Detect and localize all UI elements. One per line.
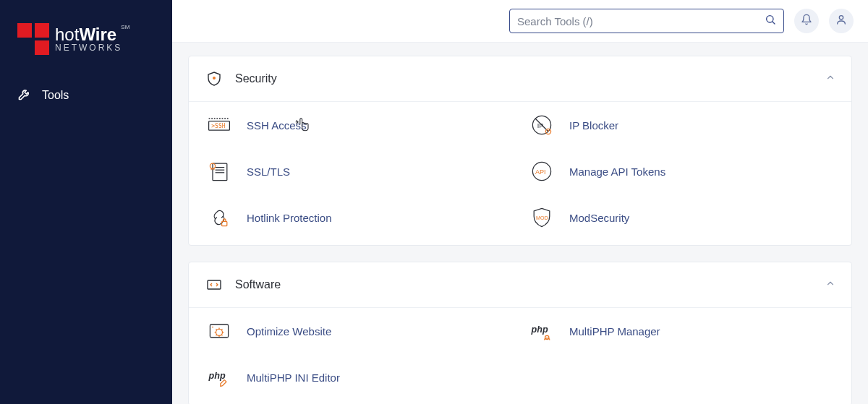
panel-header-security[interactable]: Security [189, 56, 851, 102]
brand-sm: SM [121, 25, 129, 30]
ip-blocker-icon: IP [527, 111, 556, 139]
svg-text:IP: IP [537, 122, 544, 129]
svg-line-1 [773, 22, 775, 24]
account-button[interactable] [829, 9, 854, 33]
notifications-button[interactable] [794, 9, 819, 33]
php-ini-editor-icon: php [205, 363, 234, 392]
tool-label: ModSecurity [569, 212, 629, 224]
php-manager-icon: php [527, 317, 556, 345]
ssl-certificate-icon [205, 157, 234, 186]
panel-body-software: Optimize Website php MultiPHP Manager ph… [189, 308, 851, 404]
bell-icon [801, 14, 812, 28]
tool-label: MultiPHP Manager [569, 325, 660, 338]
tool-optimize-website[interactable]: Optimize Website [205, 317, 513, 345]
svg-rect-21 [208, 280, 221, 289]
tool-multiphp-ini-editor[interactable]: php MultiPHP INI Editor [205, 363, 513, 392]
tool-modsecurity[interactable]: MOD ModSecurity [527, 203, 835, 232]
nav-item-tools[interactable]: Tools [0, 77, 172, 114]
panel-title: Software [235, 278, 281, 291]
brand-subtitle: NETWORKS [55, 43, 122, 52]
modsecurity-shield-icon: MOD [527, 203, 556, 232]
panel-header-software[interactable]: Software [189, 262, 851, 308]
svg-point-2 [839, 16, 843, 20]
optimize-gear-icon [205, 317, 234, 345]
svg-point-26 [545, 335, 549, 339]
brand-logo: hotWire SM NETWORKS [0, 14, 172, 77]
tool-label: Optimize Website [247, 325, 331, 338]
api-circle-icon: API [527, 157, 556, 186]
ssh-terminal-icon: >SSH [205, 111, 234, 139]
search-box[interactable] [509, 9, 784, 33]
svg-point-3 [213, 77, 216, 79]
tool-manage-api-tokens[interactable]: API Manage API Tokens [527, 157, 835, 186]
svg-text:MOD: MOD [536, 215, 548, 221]
sidebar: hotWire SM NETWORKS Tools [0, 0, 172, 404]
software-code-icon [205, 275, 224, 294]
tool-label: MultiPHP INI Editor [247, 371, 340, 384]
tool-hotlink-protection[interactable]: Hotlink Protection [205, 203, 513, 232]
logo-mark [17, 23, 49, 55]
chevron-up-icon[interactable] [825, 72, 835, 85]
user-icon [835, 14, 847, 28]
tool-multiphp-manager[interactable]: php MultiPHP Manager [527, 317, 835, 345]
tool-ip-blocker[interactable]: IP IP Blocker [527, 111, 835, 139]
svg-point-11 [548, 130, 549, 132]
tool-label: Hotlink Protection [247, 212, 332, 224]
brand-name-second: Wire [79, 25, 116, 44]
svg-text:php: php [208, 371, 226, 381]
tools-icon [17, 87, 32, 104]
chevron-up-icon[interactable] [825, 278, 835, 291]
search-input[interactable] [517, 15, 759, 27]
svg-text:php: php [531, 325, 548, 335]
tool-label: SSH Access [247, 119, 307, 132]
panel-security: Security >SSH SSH Access I [188, 56, 852, 246]
security-shield-icon [205, 69, 224, 88]
content-area: Security >SSH SSH Access I [172, 43, 868, 404]
panel-body-security: >SSH SSH Access IP IP Blocker [189, 102, 851, 245]
svg-point-23 [212, 327, 213, 328]
panel-title: Security [235, 72, 277, 85]
nav-label: Tools [42, 89, 69, 102]
svg-text:API: API [535, 168, 546, 176]
brand-name-first: hot [55, 25, 79, 44]
search-icon[interactable] [765, 14, 776, 28]
tool-label: Manage API Tokens [569, 166, 665, 178]
panel-software: Software Optimize Website php MultiPHP [188, 262, 852, 404]
hotlink-chain-icon [205, 203, 234, 232]
tool-label: SSL/TLS [247, 166, 290, 178]
svg-text:>SSH: >SSH [211, 122, 226, 129]
tool-ssh-access[interactable]: >SSH SSH Access [205, 111, 513, 139]
main: Security >SSH SSH Access I [172, 0, 868, 404]
tool-ssl-tls[interactable]: SSL/TLS [205, 157, 513, 186]
tool-label: IP Blocker [569, 119, 618, 132]
topbar [172, 0, 868, 43]
